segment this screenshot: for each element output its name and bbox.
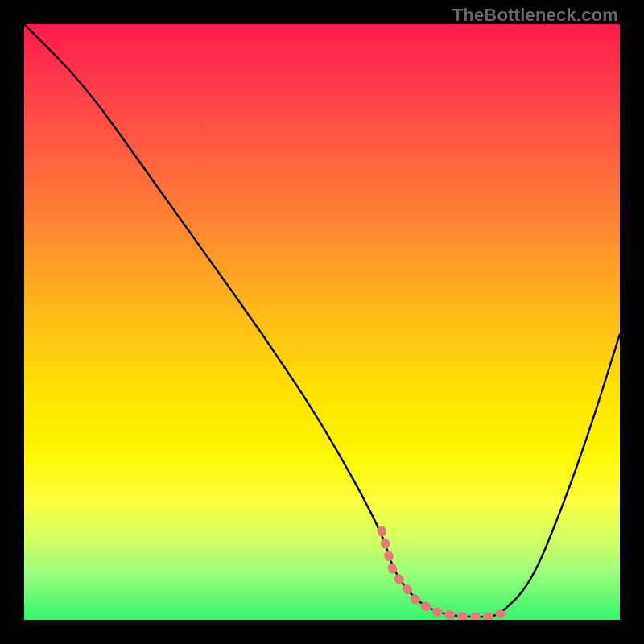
watermark-text: TheBottleneck.com — [452, 5, 618, 26]
chart-frame: TheBottleneck.com — [0, 0, 644, 644]
chart-plot-area — [24, 24, 620, 620]
bottleneck-curve-path — [24, 24, 620, 617]
bottleneck-curve-svg — [24, 24, 620, 620]
bottleneck-curve-highlight — [382, 530, 501, 617]
